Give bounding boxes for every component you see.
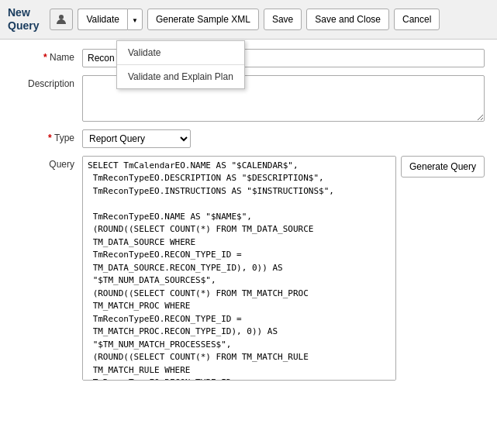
type-label: * Type: [12, 129, 82, 143]
validate-dropdown-button[interactable]: [127, 9, 143, 30]
name-label: * Name: [12, 49, 82, 63]
query-label: Query: [12, 156, 82, 170]
validate-main-button[interactable]: Validate: [78, 9, 126, 30]
query-textarea[interactable]: SELECT TmCalendarEO.NAME AS "$CALENDAR$"…: [82, 156, 396, 381]
generate-xml-button[interactable]: Generate Sample XML: [147, 9, 259, 30]
form-area: * Name Description * Type Report Query S…: [0, 40, 497, 390]
svg-point-0: [59, 15, 64, 19]
validate-menu-item[interactable]: Validate: [117, 41, 244, 64]
toolbar: New Query Validate Generate Sample XML S…: [0, 0, 497, 40]
type-select-wrapper: Report Query Summary Query Detail Query: [82, 129, 191, 148]
description-row: Description: [12, 75, 485, 122]
generate-query-button[interactable]: Generate Query: [401, 156, 485, 177]
chevron-down-icon: [132, 13, 138, 25]
save-button[interactable]: Save: [264, 9, 302, 30]
type-required-star: *: [48, 133, 54, 143]
page-title: New Query: [8, 6, 39, 33]
save-close-button[interactable]: Save and Close: [306, 9, 389, 30]
type-select[interactable]: Report Query Summary Query Detail Query: [82, 129, 191, 148]
user-icon-button[interactable]: [50, 9, 73, 30]
name-row: * Name: [12, 49, 485, 67]
validate-split-button: Validate: [78, 9, 142, 30]
validate-explain-plan-menu-item[interactable]: Validate and Explain Plan: [117, 65, 244, 88]
name-required-star: *: [43, 52, 50, 63]
person-icon: [55, 13, 67, 26]
query-row: Query SELECT TmCalendarEO.NAME AS "$CALE…: [12, 156, 485, 381]
type-row: * Type Report Query Summary Query Detail…: [12, 129, 485, 148]
description-label: Description: [12, 75, 82, 89]
validate-dropdown-menu: Validate Validate and Explain Plan: [116, 40, 245, 89]
query-editor-wrapper: SELECT TmCalendarEO.NAME AS "$CALENDAR$"…: [82, 156, 485, 381]
cancel-button[interactable]: Cancel: [394, 9, 440, 30]
